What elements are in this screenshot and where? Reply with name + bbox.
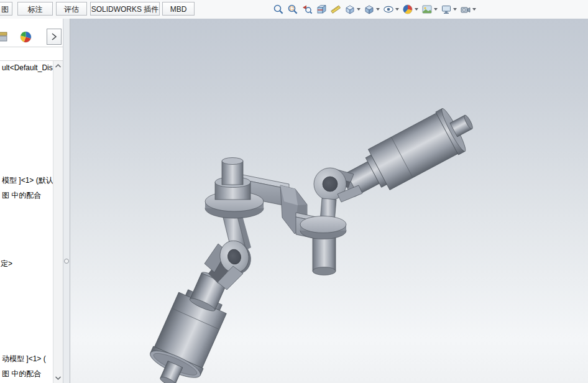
solidworks-window: 图 标注 评估 SOLIDWORKS 插件 MBD [0,0,588,383]
displaymanager-tab-icon[interactable] [19,30,32,44]
hide-show-dropdown-caret[interactable] [395,8,399,11]
display-style-dropdown-caret[interactable] [376,8,380,11]
previous-view-icon[interactable] [301,2,313,17]
tree-item-mates-1[interactable]: 图 中的配合 [2,190,41,201]
featuremanager-tab-icon[interactable] [0,30,9,44]
panel-tab-strip [0,27,63,47]
command-manager-toolbar: 图 标注 评估 SOLIDWORKS 插件 MBD [0,0,588,19]
scroll-down-arrow-icon[interactable] [53,373,63,383]
graphics-viewport[interactable] [70,19,588,383]
tree-item-component-1[interactable]: 模型 ]<1> (默认 [2,175,53,186]
panel-expand-button[interactable] [47,29,62,45]
view-orientation-icon[interactable] [344,2,361,17]
display-style-icon[interactable] [363,2,380,17]
tree-item-component-2[interactable]: 动模型 ]<1> ( [2,354,46,364]
zoom-to-area-icon[interactable] [287,2,299,17]
hide-show-items-icon[interactable] [382,2,400,17]
feature-tree: ult<Default_Dis 模型 ]<1> (默认 图 中的配合 定> 动模… [0,60,63,383]
zoom-to-fit-icon[interactable] [272,2,285,17]
panel-splitter[interactable] [63,19,70,383]
flange-right[interactable] [300,216,346,275]
edit-appearance-dropdown-caret[interactable] [415,8,418,11]
camera-dropdown-caret[interactable] [472,8,476,11]
edit-appearance-icon[interactable] [402,2,419,17]
apply-scene-dropdown-caret[interactable] [434,8,438,11]
tab-evaluate[interactable]: 评估 [56,2,87,16]
feature-manager-panel: ult<Default_Dis 模型 ]<1> (默认 图 中的配合 定> 动模… [0,19,63,383]
view-settings-dropdown-caret[interactable] [453,8,457,11]
assembly-model[interactable] [70,19,588,383]
measure-icon[interactable] [329,2,342,17]
heads-up-view-toolbar [272,1,477,17]
section-view-icon[interactable] [315,2,328,17]
view-settings-icon[interactable] [440,2,457,17]
tab-solidworks-addins[interactable]: SOLIDWORKS 插件 [90,2,160,16]
splitter-collapse-handle[interactable] [64,259,69,264]
tree-item-mates-2[interactable]: 图 中的配合 [2,369,41,379]
tab-layout-partial[interactable]: 图 [0,2,12,16]
tab-annotation[interactable]: 标注 [17,2,53,16]
tree-item-fixed-state[interactable]: 定> [1,259,12,269]
view-orientation-dropdown-caret[interactable] [357,8,361,11]
apply-scene-icon[interactable] [421,2,438,17]
tree-scrollbar[interactable] [53,61,63,383]
tree-item-default-config[interactable]: ult<Default_Dis [2,63,53,72]
camera-icon[interactable] [459,2,477,17]
tab-mbd[interactable]: MBD [162,2,195,16]
scroll-up-arrow-icon[interactable] [53,61,63,71]
